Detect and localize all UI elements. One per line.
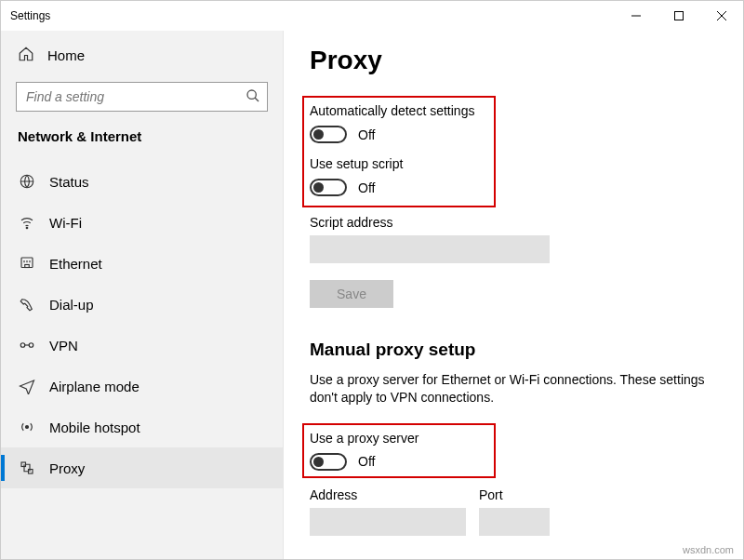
sidebar-item-label: Airplane mode	[49, 379, 140, 394]
svg-rect-1	[675, 12, 684, 20]
titlebar: Settings	[1, 1, 743, 31]
main-panel: Proxy Automatically detect settings Off …	[284, 31, 743, 559]
sidebar-item-label: Mobile hotspot	[49, 420, 140, 435]
manual-setup-title: Manual proxy setup	[310, 340, 715, 360]
content: Home Network & Internet Status Wi-Fi Eth…	[1, 31, 743, 559]
svg-point-13	[20, 343, 25, 348]
address-input[interactable]	[310, 508, 466, 536]
sidebar-item-airplane[interactable]: Airplane mode	[1, 366, 283, 407]
port-input[interactable]	[479, 508, 550, 536]
airplane-icon	[18, 378, 36, 394]
sidebar-item-ethernet[interactable]: Ethernet	[1, 243, 283, 284]
address-label: Address	[310, 487, 466, 502]
wifi-icon	[18, 214, 36, 231]
minimize-button[interactable]	[615, 1, 658, 31]
svg-point-7	[26, 227, 28, 229]
use-proxy-toggle[interactable]	[310, 453, 347, 471]
sidebar-item-label: VPN	[49, 338, 78, 353]
auto-detect-toggle[interactable]	[310, 126, 347, 143]
status-icon	[18, 173, 36, 190]
window-controls	[615, 1, 743, 31]
window-title: Settings	[10, 9, 50, 22]
sidebar-item-label: Wi-Fi	[49, 215, 82, 231]
sidebar-item-vpn[interactable]: VPN	[1, 325, 283, 366]
highlight-auto-section: Automatically detect settings Off Use se…	[302, 96, 496, 207]
use-proxy-row: Off	[310, 453, 488, 471]
highlight-proxy-section: Use a proxy server Off	[302, 423, 496, 478]
svg-point-14	[29, 343, 33, 348]
script-address-input[interactable]	[310, 235, 550, 263]
auto-detect-label: Automatically detect settings	[310, 103, 488, 118]
page-title: Proxy	[310, 46, 715, 75]
use-proxy-state: Off	[358, 454, 375, 469]
sidebar-nav: Status Wi-Fi Ethernet Dial-up VPN Airpla…	[1, 161, 283, 559]
search-input[interactable]	[16, 82, 268, 112]
address-port-row: Address Port	[310, 480, 715, 536]
maximize-button[interactable]	[658, 1, 700, 31]
sidebar-item-label: Ethernet	[49, 256, 102, 272]
dialup-icon	[18, 296, 36, 313]
script-address-label: Script address	[310, 215, 715, 230]
sidebar-section-title: Network & Internet	[1, 125, 283, 161]
auto-detect-state: Off	[358, 127, 375, 142]
use-proxy-label: Use a proxy server	[310, 431, 488, 446]
sidebar-home-label: Home	[47, 47, 85, 63]
search-icon	[246, 88, 260, 106]
svg-rect-9	[25, 265, 30, 268]
sidebar-home[interactable]: Home	[1, 38, 283, 73]
setup-script-row: Off	[310, 179, 488, 196]
hotspot-icon	[18, 419, 36, 435]
close-button[interactable]	[700, 1, 743, 31]
svg-point-16	[26, 426, 29, 429]
setup-script-label: Use setup script	[310, 156, 488, 171]
search-wrap	[16, 82, 268, 112]
auto-detect-row: Off	[310, 126, 488, 143]
svg-line-5	[255, 98, 259, 101]
sidebar-item-label: Proxy	[49, 460, 85, 476]
ethernet-icon	[18, 255, 36, 272]
setup-script-toggle[interactable]	[310, 179, 347, 196]
sidebar-item-dialup[interactable]: Dial-up	[1, 284, 283, 325]
sidebar-item-label: Status	[49, 174, 89, 190]
home-icon	[18, 46, 34, 65]
sidebar-item-proxy[interactable]: Proxy	[1, 447, 283, 488]
svg-rect-17	[21, 462, 26, 467]
save-button[interactable]: Save	[310, 280, 393, 308]
sidebar-item-label: Dial-up	[49, 297, 94, 313]
sidebar: Home Network & Internet Status Wi-Fi Eth…	[1, 31, 284, 559]
watermark: wsxdn.com	[683, 544, 734, 555]
svg-point-4	[247, 90, 256, 99]
manual-setup-description: Use a proxy server for Ethernet or Wi-Fi…	[310, 371, 715, 407]
vpn-icon	[18, 337, 36, 353]
proxy-icon	[18, 460, 36, 476]
svg-rect-18	[29, 470, 33, 474]
port-label: Port	[479, 487, 550, 502]
sidebar-item-status[interactable]: Status	[1, 161, 283, 202]
sidebar-item-hotspot[interactable]: Mobile hotspot	[1, 407, 283, 447]
sidebar-item-wifi[interactable]: Wi-Fi	[1, 202, 283, 243]
setup-script-state: Off	[358, 180, 375, 195]
